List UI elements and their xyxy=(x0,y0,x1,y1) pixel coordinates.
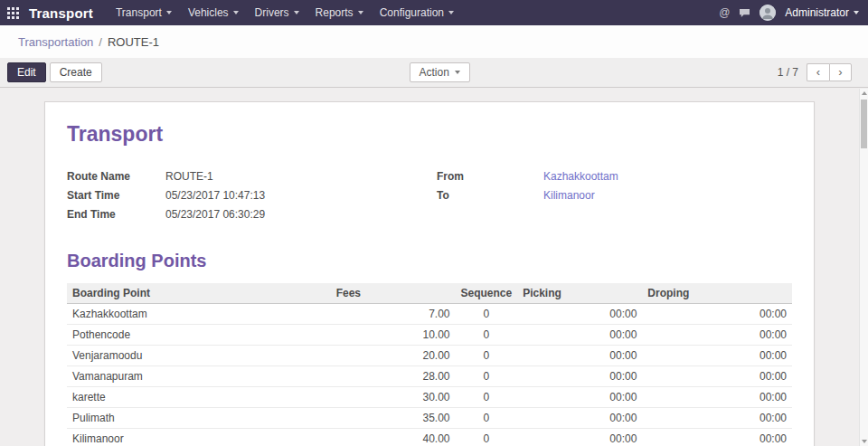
breadcrumb-current: ROUTE-1 xyxy=(108,35,159,49)
caret-down-icon xyxy=(448,11,454,14)
boarding-table-body: Kazhakkoottam7.00000:0000:00Pothencode10… xyxy=(67,304,792,446)
caret-down-icon xyxy=(233,11,239,14)
table-cell: 0 xyxy=(455,387,517,408)
field-group: Route Name ROUTE-1 Start Time 05/23/2017… xyxy=(67,170,792,227)
messages-icon[interactable] xyxy=(739,8,750,18)
table-row[interactable]: Vamanapuram28.00000:0000:00 xyxy=(67,366,792,387)
table-cell: 0 xyxy=(455,346,517,366)
table-cell: 0 xyxy=(455,429,517,446)
menu-transport[interactable]: Transport xyxy=(108,0,180,25)
navbar-right: @ Administrator xyxy=(719,5,859,21)
column-header-picking[interactable]: Picking xyxy=(517,283,642,304)
table-row[interactable]: Pulimath35.00000:0000:00 xyxy=(67,408,792,429)
field-label: Route Name xyxy=(67,170,165,183)
table-cell: Pothencode xyxy=(67,325,331,346)
field-label: End Time xyxy=(67,208,165,221)
menu-vehicles[interactable]: Vehicles xyxy=(180,0,247,25)
top-navbar: Transport Transport Vehicles Drivers Rep… xyxy=(0,0,868,25)
boarding-points-table: Boarding Point Fees Sequence Picking Dro… xyxy=(67,283,792,446)
app-brand-title[interactable]: Transport xyxy=(29,5,93,21)
pager-buttons: ‹ › xyxy=(807,63,852,81)
table-cell: 00:00 xyxy=(642,387,792,408)
table-cell: karette xyxy=(67,387,331,408)
edit-button[interactable]: Edit xyxy=(7,62,46,82)
form-view: Transport Route Name ROUTE-1 Start Time … xyxy=(0,89,859,446)
table-cell: Kilimanoor xyxy=(67,429,331,446)
table-header-row: Boarding Point Fees Sequence Picking Dro… xyxy=(67,283,792,304)
field-value: 05/23/2017 06:30:29 xyxy=(165,208,265,221)
field-from-link[interactable]: Kazhakkoottam xyxy=(543,170,618,183)
table-cell: 0 xyxy=(455,304,517,325)
menu-label: Reports xyxy=(316,6,354,19)
action-dropdown-button[interactable]: Action xyxy=(410,62,470,82)
table-row[interactable]: karette30.00000:0000:00 xyxy=(67,387,792,408)
control-center: Action xyxy=(102,62,778,82)
table-cell: 00:00 xyxy=(517,366,642,387)
column-header-boarding-point[interactable]: Boarding Point xyxy=(67,283,331,304)
table-cell: 35.00 xyxy=(331,408,456,429)
vertical-scrollbar[interactable] xyxy=(859,89,868,446)
table-cell: 00:00 xyxy=(642,429,792,446)
menu-reports[interactable]: Reports xyxy=(307,0,372,25)
table-cell: 00:00 xyxy=(642,366,792,387)
table-row[interactable]: Venjaramoodu20.00000:0000:00 xyxy=(67,346,792,366)
form-sheet: Transport Route Name ROUTE-1 Start Time … xyxy=(44,101,815,446)
apps-menu-button[interactable] xyxy=(0,0,25,25)
caret-down-icon xyxy=(455,71,460,74)
mentions-icon[interactable]: @ xyxy=(719,7,730,18)
column-header-fees[interactable]: Fees xyxy=(331,283,456,304)
field-to-link[interactable]: Kilimanoor xyxy=(543,189,595,202)
table-cell: 20.00 xyxy=(331,346,456,366)
user-name: Administrator xyxy=(785,6,849,19)
table-row[interactable]: Pothencode10.00000:0000:00 xyxy=(67,325,792,346)
table-cell: 00:00 xyxy=(642,325,792,346)
field-from: From Kazhakkoottam xyxy=(437,170,792,183)
column-header-sequence[interactable]: Sequence xyxy=(455,283,517,304)
scrollbar-thumb[interactable] xyxy=(861,100,867,148)
menu-drivers[interactable]: Drivers xyxy=(247,0,307,25)
field-start-time: Start Time 05/23/2017 10:47:13 xyxy=(67,189,437,202)
table-cell: Pulimath xyxy=(67,408,331,429)
breadcrumb-parent-link[interactable]: Transportation xyxy=(18,35,93,49)
main-menu: Transport Vehicles Drivers Reports Confi… xyxy=(108,0,462,25)
create-button[interactable]: Create xyxy=(50,62,102,82)
control-buttons: Edit Create xyxy=(7,62,102,82)
caret-down-icon xyxy=(166,11,172,14)
table-row[interactable]: Kazhakkoottam7.00000:0000:00 xyxy=(67,304,792,325)
menu-configuration[interactable]: Configuration xyxy=(372,0,462,25)
table-cell: 00:00 xyxy=(642,346,792,366)
field-label: Start Time xyxy=(67,189,165,202)
section-title-boarding-points: Boarding Points xyxy=(67,251,792,271)
table-cell: 30.00 xyxy=(331,387,456,408)
breadcrumb-separator: / xyxy=(99,35,102,49)
user-menu[interactable]: Administrator xyxy=(785,6,859,19)
table-cell: Kazhakkoottam xyxy=(67,304,331,325)
caret-down-icon xyxy=(358,11,363,14)
caret-down-icon xyxy=(854,11,859,14)
pager-previous-button[interactable]: ‹ xyxy=(807,63,829,81)
pager-next-button[interactable]: › xyxy=(829,63,852,81)
table-cell: 10.00 xyxy=(331,325,456,346)
pager: 1 / 7 ‹ › xyxy=(778,63,852,81)
table-cell: 0 xyxy=(455,366,517,387)
table-cell: 00:00 xyxy=(517,325,642,346)
menu-label: Configuration xyxy=(380,6,444,19)
field-column-left: Route Name ROUTE-1 Start Time 05/23/2017… xyxy=(67,170,437,227)
table-cell: 00:00 xyxy=(517,429,642,446)
field-value: 05/23/2017 10:47:13 xyxy=(165,189,265,202)
column-header-droping[interactable]: Droping xyxy=(642,283,792,304)
scroll-up-arrow[interactable] xyxy=(860,89,868,98)
field-route-name: Route Name ROUTE-1 xyxy=(67,170,437,183)
scroll-down-arrow[interactable] xyxy=(860,437,868,446)
field-column-right: From Kazhakkoottam To Kilimanoor xyxy=(437,170,792,227)
user-avatar[interactable] xyxy=(760,5,776,21)
triangle-down-icon xyxy=(862,440,867,443)
field-end-time: End Time 05/23/2017 06:30:29 xyxy=(67,208,437,221)
menu-label: Vehicles xyxy=(188,6,229,19)
table-row[interactable]: Kilimanoor40.00000:0000:00 xyxy=(67,429,792,446)
table-cell: 00:00 xyxy=(517,304,642,325)
pager-value: 1 / 7 xyxy=(778,66,798,79)
table-cell: 7.00 xyxy=(331,304,456,325)
triangle-up-icon xyxy=(862,91,867,95)
table-cell: 00:00 xyxy=(642,408,792,429)
